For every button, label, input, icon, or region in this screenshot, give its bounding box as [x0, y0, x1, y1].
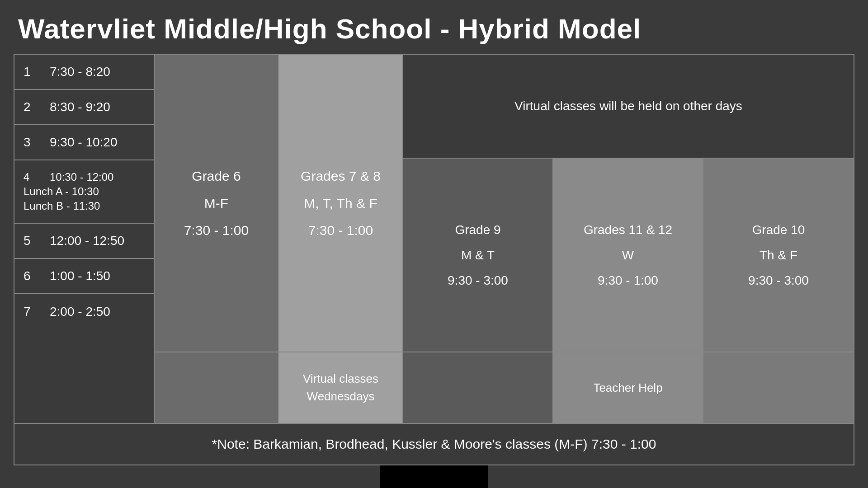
periods-column: 1 7:30 - 8:20 2 8:30 - 9:20 3 9:30 - 10:… — [14, 55, 155, 423]
period-4-row: 4 10:30 - 12:00 Lunch A - 10:30 Lunch B … — [14, 160, 154, 224]
period-7-number: 7 — [24, 305, 36, 319]
grade9-label: Grade 9 — [455, 217, 500, 243]
grade6-label: Grade 6 — [192, 163, 241, 190]
grade78-label: Grades 7 & 8 — [301, 163, 381, 190]
grade9-days: M & T — [461, 243, 495, 268]
grade78-hours: 7:30 - 1:00 — [308, 217, 373, 244]
period-5-row: 5 12:00 - 12:50 — [14, 224, 154, 259]
schedule-container: 1 7:30 - 8:20 2 8:30 - 9:20 3 9:30 - 10:… — [14, 54, 854, 465]
virtual-classes-notice: Virtual classes will be held on other da… — [403, 55, 854, 159]
grade6-info: Grade 6 M-F 7:30 - 1:00 — [155, 55, 278, 352]
period-5-time: 12:00 - 12:50 — [50, 234, 124, 248]
period-6-number: 6 — [24, 269, 36, 283]
grade1112-info: Grades 11 & 12 W 9:30 - 1:00 — [553, 159, 703, 352]
grade78-info: Grades 7 & 8 M, T, Th & F 7:30 - 1:00 — [279, 55, 402, 352]
grade10-label: Grade 10 — [752, 217, 805, 243]
grade10-info: Grade 10 Th & F 9:30 - 3:00 — [703, 159, 854, 352]
grade10-help — [703, 352, 854, 423]
grade9-help — [403, 352, 552, 423]
period-1-time: 7:30 - 8:20 — [50, 65, 110, 79]
grade1112-column: Grades 11 & 12 W 9:30 - 1:00 Teacher Hel… — [553, 159, 703, 423]
period-3-row: 3 9:30 - 10:20 — [14, 125, 154, 160]
grade78-column: Grades 7 & 8 M, T, Th & F 7:30 - 1:00 Vi… — [279, 55, 403, 423]
period-3-time: 9:30 - 10:20 — [50, 135, 117, 150]
period-6-row: 6 1:00 - 1:50 — [14, 259, 154, 294]
period-5-number: 5 — [24, 234, 36, 248]
period-7-time: 2:00 - 2:50 — [50, 305, 110, 319]
grade6-hours: 7:30 - 1:00 — [184, 217, 249, 244]
period-6-time: 1:00 - 1:50 — [50, 269, 110, 283]
grade1112-label: Grades 11 & 12 — [584, 217, 672, 243]
lunch-a-label: Lunch A - 10:30 — [24, 185, 99, 198]
page-title: Watervliet Middle/High School - Hybrid M… — [0, 0, 868, 54]
grade9-info: Grade 9 M & T 9:30 - 3:00 — [403, 159, 552, 352]
grade9-hours: 9:30 - 3:00 — [448, 268, 508, 293]
period-2-row: 2 8:30 - 9:20 — [14, 90, 154, 125]
period-7-row: 7 2:00 - 2:50 — [14, 294, 154, 329]
grade78-days: M, T, Th & F — [304, 190, 377, 217]
lunch-b-label: Lunch B - 11:30 — [24, 200, 100, 212]
period-1-row: 1 7:30 - 8:20 — [14, 55, 154, 90]
period-4-number: 4 — [24, 171, 36, 183]
bottom-bar — [380, 465, 488, 488]
grade9-column: Grade 9 M & T 9:30 - 3:00 — [403, 159, 553, 423]
period-2-number: 2 — [24, 100, 36, 114]
note-row: *Note: Barkamian, Brodhead, Kussler & Mo… — [14, 424, 854, 465]
grade1112-help: Teacher Help — [553, 352, 703, 423]
period-4-time: 10:30 - 12:00 — [50, 171, 113, 183]
main-grid: 1 7:30 - 8:20 2 8:30 - 9:20 3 9:30 - 10:… — [14, 55, 854, 424]
period-3-number: 3 — [24, 135, 36, 150]
grade1112-hours: 9:30 - 1:00 — [598, 268, 658, 293]
right-column: Virtual classes will be held on other da… — [403, 55, 854, 423]
grade6-days: M-F — [204, 190, 228, 217]
grade1112-days: W — [622, 243, 634, 268]
grade10-column: Grade 10 Th & F 9:30 - 3:00 — [703, 159, 854, 423]
period-1-number: 1 — [24, 65, 36, 79]
grade78-virtual: Virtual classes Wednesdays — [279, 352, 402, 423]
grade6-column: Grade 6 M-F 7:30 - 1:00 — [155, 55, 279, 423]
period-2-time: 8:30 - 9:20 — [50, 100, 110, 114]
grade10-days: Th & F — [760, 243, 797, 268]
right-bottom-grid: Grade 9 M & T 9:30 - 3:00 Grades 11 & 12… — [403, 159, 854, 423]
grade6-bottom — [155, 352, 278, 423]
grade10-hours: 9:30 - 3:00 — [748, 268, 809, 293]
